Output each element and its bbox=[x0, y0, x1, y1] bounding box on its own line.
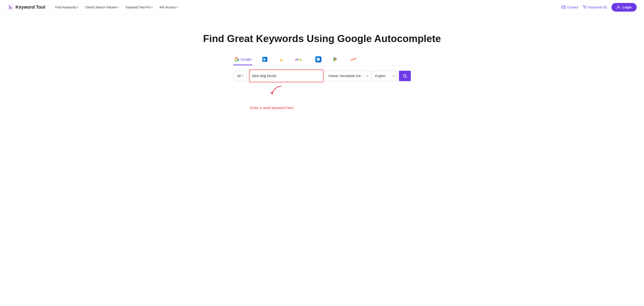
cart-icon bbox=[583, 5, 587, 9]
arrow-icon bbox=[267, 85, 283, 99]
tab-appstore[interactable] bbox=[314, 54, 322, 66]
tab-ebay[interactable]: ebay bbox=[294, 55, 305, 65]
logo[interactable]: Keyword Tool bbox=[7, 4, 45, 10]
search-icon bbox=[402, 74, 407, 78]
search-button[interactable] bbox=[399, 71, 411, 81]
tab-google[interactable]: Google bbox=[233, 55, 252, 65]
google-tab-label: Google bbox=[240, 57, 252, 61]
tab-trending[interactable] bbox=[349, 54, 357, 66]
svg-point-3 bbox=[586, 8, 586, 9]
amazon-icon: a bbox=[278, 56, 284, 62]
chevron-down-icon: ▾ bbox=[242, 74, 244, 77]
navbar: Keyword Tool Find Keywords ▾ Check Searc… bbox=[0, 0, 644, 14]
chevron-down-icon: ▾ bbox=[176, 6, 178, 8]
login-button[interactable]: Login bbox=[612, 3, 637, 11]
keyword-input-wrapper bbox=[249, 70, 324, 82]
nav-keyword-tool-pro[interactable]: Keyword Tool Pro ▾ bbox=[123, 4, 155, 11]
user-icon bbox=[616, 5, 620, 9]
hint-area: Enter a seed keyword here bbox=[233, 85, 411, 110]
main-content: Find Great Keywords Using Google Autocom… bbox=[0, 14, 644, 110]
bing-icon bbox=[262, 57, 267, 62]
chevron-down-icon: ▾ bbox=[77, 6, 78, 8]
appstore-icon bbox=[315, 56, 322, 62]
nav-api-access[interactable]: API Access ▾ bbox=[157, 4, 180, 11]
logo-icon bbox=[7, 4, 14, 10]
contact-link[interactable]: Contact bbox=[562, 5, 578, 9]
trending-icon bbox=[350, 56, 356, 62]
language-select[interactable]: English Spanish French German Italian bbox=[372, 71, 397, 81]
tab-amazon[interactable]: a bbox=[277, 54, 285, 66]
nav-check-search-volume[interactable]: Check Search Volume ▾ bbox=[82, 4, 122, 11]
logo-text: Keyword Tool bbox=[16, 4, 45, 10]
svg-point-4 bbox=[618, 6, 620, 7]
google-icon bbox=[234, 57, 239, 62]
keyword-input[interactable] bbox=[252, 74, 320, 78]
chevron-down-icon: ▾ bbox=[118, 6, 119, 8]
platform-tabs: Google a ebay bbox=[233, 54, 411, 66]
nav-right: Contact Keywords (0) Login bbox=[562, 3, 637, 11]
email-icon bbox=[562, 6, 566, 9]
filter-select-all[interactable]: All ▾ bbox=[233, 71, 247, 81]
hint-text: Enter a seed keyword here bbox=[250, 106, 294, 110]
nav-links: Find Keywords ▾ Check Search Volume ▾ Ke… bbox=[52, 4, 562, 11]
nav-find-keywords[interactable]: Find Keywords ▾ bbox=[52, 4, 81, 11]
tab-bing[interactable] bbox=[262, 55, 268, 65]
chevron-down-icon: ▾ bbox=[152, 6, 152, 8]
playstore-icon bbox=[332, 56, 339, 62]
svg-text:ebay: ebay bbox=[295, 57, 302, 61]
search-row: All ▾ Global / Worldwide (All ... United… bbox=[233, 66, 411, 82]
hero-title: Find Great Keywords Using Google Autocom… bbox=[203, 33, 441, 45]
location-select[interactable]: Global / Worldwide (All ... United State… bbox=[326, 71, 371, 81]
svg-point-2 bbox=[584, 8, 585, 9]
keywords-cart-link[interactable]: Keywords (0) bbox=[583, 5, 607, 9]
tab-playstore[interactable] bbox=[332, 54, 340, 66]
ebay-icon: ebay bbox=[295, 57, 304, 62]
svg-rect-1 bbox=[562, 6, 566, 9]
